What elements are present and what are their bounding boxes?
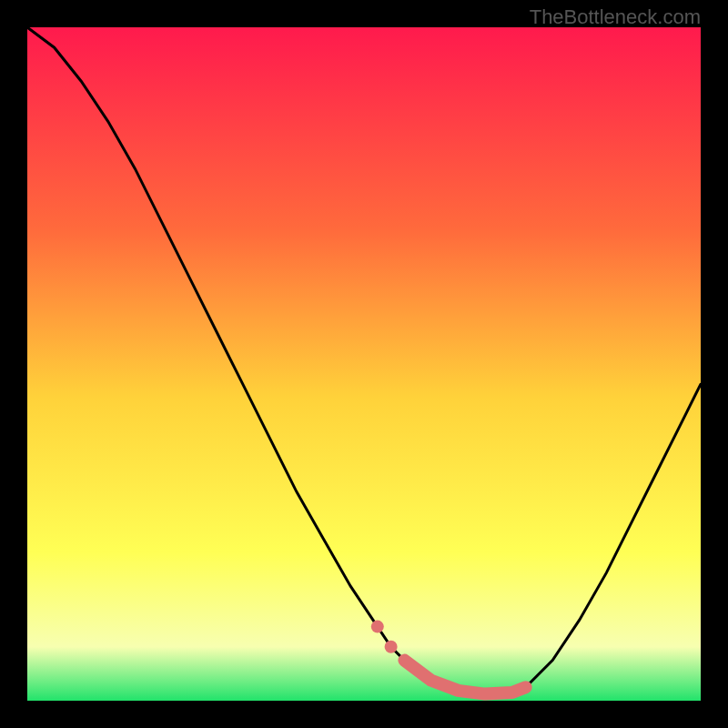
plot-area [27,27,701,701]
optimal-zone-highlight [404,661,525,694]
curve-layer [27,27,701,701]
highlight-dot-2 [385,641,398,653]
chart-frame: TheBottleneck.com [0,0,728,728]
highlight-dot-1 [371,621,384,633]
watermark-text: TheBottleneck.com [530,5,701,29]
bottleneck-curve [27,27,701,694]
